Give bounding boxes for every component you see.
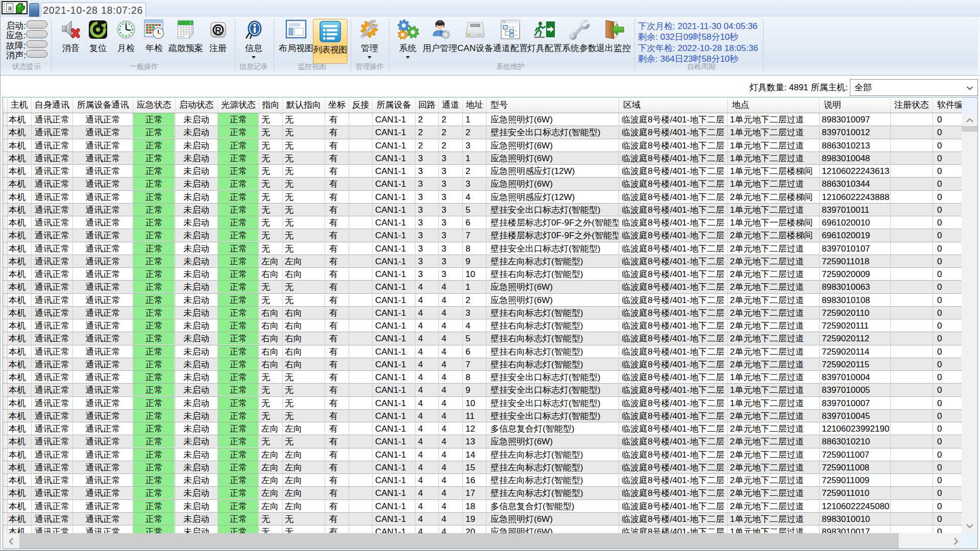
svg-text:R: R bbox=[215, 26, 221, 35]
